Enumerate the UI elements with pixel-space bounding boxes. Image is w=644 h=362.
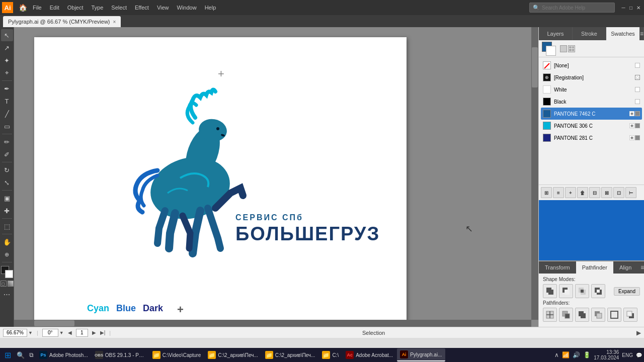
- windows-start-button[interactable]: ⊞: [2, 349, 14, 361]
- outline-button[interactable]: [607, 308, 621, 322]
- swatch-pantone306[interactable]: PANTONE 306 C ◉: [541, 120, 642, 132]
- trim-button[interactable]: [559, 308, 573, 322]
- exclude-button[interactable]: [591, 284, 605, 298]
- search-input[interactable]: [542, 5, 611, 11]
- maximize-button[interactable]: □: [627, 4, 634, 11]
- crop-button[interactable]: [591, 308, 605, 322]
- tab-close-button[interactable]: ×: [113, 19, 116, 25]
- vscroll-thumb[interactable]: [532, 47, 538, 87]
- tab-swatches[interactable]: Swatches: [606, 27, 640, 40]
- intersect-button[interactable]: [575, 284, 589, 298]
- divide-button[interactable]: [543, 308, 557, 322]
- new-swatch-button[interactable]: +: [565, 187, 576, 198]
- more-tools[interactable]: ···: [4, 290, 10, 299]
- taskbar-obs[interactable]: OBS OBS 29.1.3 - Pro...: [92, 348, 148, 361]
- zoom-tool[interactable]: ⊕: [1, 248, 13, 260]
- menu-help[interactable]: Help: [201, 3, 220, 12]
- panel-menu-button[interactable]: ≡: [640, 27, 644, 40]
- status-arrow[interactable]: ▶: [636, 329, 641, 336]
- hand-tool[interactable]: ✋: [1, 236, 13, 248]
- language-indicator[interactable]: ENG: [622, 352, 633, 358]
- menu-effect[interactable]: Effect: [131, 3, 152, 12]
- zoom-dropdown-icon[interactable]: ▼: [28, 330, 33, 335]
- menu-file[interactable]: File: [29, 3, 45, 12]
- rotation-input[interactable]: [42, 329, 58, 337]
- home-button[interactable]: 🏠: [17, 2, 28, 13]
- minus-front-button[interactable]: [559, 284, 573, 298]
- color-none-button[interactable]: ◻: [1, 281, 7, 287]
- swatch-option1[interactable]: ⊟: [589, 187, 600, 198]
- swatch-option3[interactable]: ⊡: [613, 187, 624, 198]
- taskbar-search-button[interactable]: 🔍: [15, 349, 27, 361]
- swatch-option4[interactable]: ⊢: [625, 187, 636, 198]
- pencil-tool[interactable]: ✐: [1, 148, 13, 160]
- document-tab[interactable]: Pylygraph.ai @ 66.67 % (CMYK/Preview) ×: [3, 16, 121, 27]
- swatch-color-selector[interactable]: [542, 42, 556, 56]
- search-bar[interactable]: 🔍: [529, 3, 615, 13]
- pathfinder-panel-menu[interactable]: ≡: [637, 261, 644, 274]
- text-tool[interactable]: T: [1, 95, 13, 107]
- menu-edit[interactable]: Edit: [46, 3, 63, 12]
- nav-next[interactable]: ▶: [92, 330, 96, 335]
- tab-align[interactable]: Align: [613, 261, 637, 274]
- taskbar-photoshop[interactable]: Ps Adobe Photosh...: [36, 348, 91, 361]
- swatch-white[interactable]: White: [541, 83, 642, 96]
- tray-volume-icon[interactable]: 🔊: [573, 351, 580, 358]
- taskbar-explorer1[interactable]: 📁 C:\Video\Capture: [149, 348, 204, 361]
- vertical-scrollbar[interactable]: [531, 27, 538, 320]
- gradient-button[interactable]: [8, 281, 14, 287]
- new-color-group-button[interactable]: ⊞: [541, 187, 552, 198]
- show-color-libraries-button[interactable]: ≡: [553, 187, 564, 198]
- swatch-pantone281[interactable]: PANTONE 281 C ◉: [541, 132, 642, 144]
- menu-type[interactable]: Type: [88, 3, 107, 12]
- merge-button[interactable]: [575, 308, 589, 322]
- eyedropper-tool[interactable]: ✚: [1, 205, 13, 217]
- minimize-button[interactable]: ─: [620, 4, 627, 11]
- tab-stroke[interactable]: Stroke: [573, 27, 606, 40]
- menu-select[interactable]: Select: [108, 3, 130, 12]
- tray-up-icon[interactable]: ∧: [554, 351, 559, 358]
- scale-tool[interactable]: ⤡: [1, 176, 13, 189]
- close-button[interactable]: ✕: [635, 4, 642, 11]
- taskbar-illustrator[interactable]: Ai Pylygraph.ai...: [397, 348, 445, 361]
- swatch-none[interactable]: [None]: [541, 59, 642, 71]
- canvas-area[interactable]: +: [14, 27, 538, 327]
- menu-window[interactable]: Window: [174, 3, 200, 12]
- tab-transform[interactable]: Transform: [539, 261, 576, 274]
- taskbar-explorer4[interactable]: 📁 C:\: [319, 348, 342, 361]
- taskbar-explorer2[interactable]: 📁 C:\2_архив\Печ...: [205, 348, 261, 361]
- tray-network-icon[interactable]: 📶: [562, 351, 570, 358]
- artboard-input[interactable]: [76, 329, 88, 337]
- line-tool[interactable]: ╱: [1, 108, 13, 120]
- rotation-dropdown-icon[interactable]: ▼: [59, 330, 64, 335]
- unite-button[interactable]: [543, 284, 557, 298]
- swatch-grid-view[interactable]: [568, 45, 575, 52]
- lasso-tool[interactable]: ⌖: [1, 67, 13, 79]
- rotate-tool[interactable]: ↻: [1, 164, 13, 176]
- magic-wand-tool[interactable]: ✦: [1, 54, 13, 66]
- task-view-button[interactable]: ⧉: [28, 349, 35, 361]
- hscroll-thumb[interactable]: [34, 320, 74, 326]
- horizontal-scrollbar[interactable]: [14, 320, 531, 327]
- swatch-list-view[interactable]: [560, 45, 567, 52]
- selection-tool[interactable]: ↖: [1, 29, 13, 41]
- nav-last[interactable]: ▶|: [100, 330, 106, 335]
- background-color[interactable]: [5, 270, 13, 278]
- swatch-black[interactable]: Black: [541, 96, 642, 108]
- swatch-option2[interactable]: ⊠: [601, 187, 612, 198]
- artboard-tool[interactable]: ⬚: [1, 220, 13, 232]
- swatch-registration[interactable]: ⊕ [Registration] □: [541, 71, 642, 83]
- taskbar-explorer3[interactable]: 📁 C:\2_архив\Печ...: [262, 348, 318, 361]
- delete-swatch-button[interactable]: 🗑: [577, 187, 588, 198]
- nav-prev[interactable]: ◀: [68, 330, 72, 335]
- swatch-pantone7462[interactable]: PANTONE 7462 C ◉: [541, 108, 642, 120]
- expand-button[interactable]: Expand: [614, 287, 640, 296]
- gradient-tool[interactable]: ▣: [1, 192, 13, 204]
- direct-selection-tool[interactable]: ↗: [1, 42, 13, 54]
- clock[interactable]: 13:36 17.03.2024: [594, 349, 619, 360]
- notification-button[interactable]: 💬: [636, 352, 642, 358]
- menu-object[interactable]: Object: [64, 3, 87, 12]
- rectangle-tool[interactable]: ▭: [1, 120, 13, 132]
- zoom-input[interactable]: [3, 329, 27, 337]
- tab-layers[interactable]: Layers: [539, 27, 573, 40]
